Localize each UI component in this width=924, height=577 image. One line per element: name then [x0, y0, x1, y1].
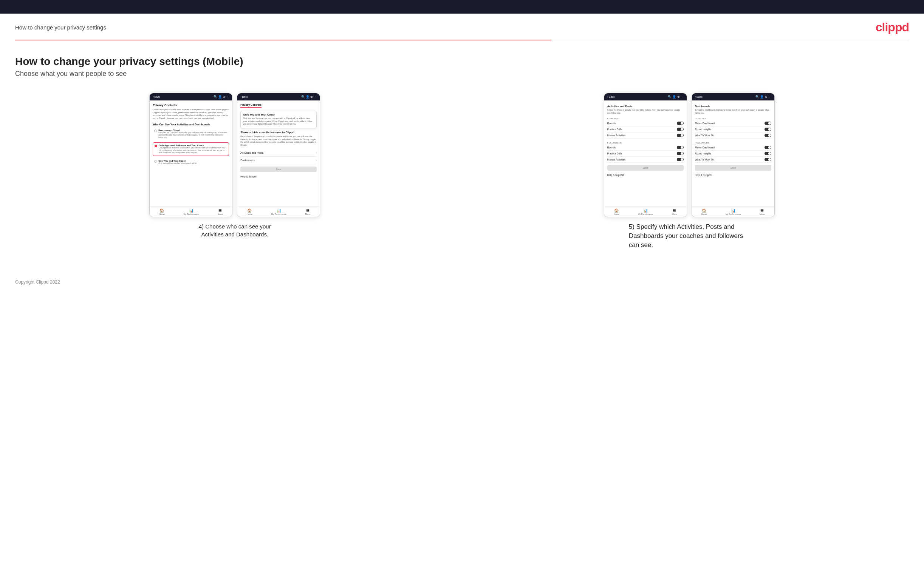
- phone4-toggle-playerdash-coaches[interactable]: Player Dashboard: [695, 121, 771, 126]
- phone1-back[interactable]: ‹ Back: [153, 95, 160, 98]
- phone-mockup-3: ‹ Back 🔍 👤 ⊕ ⋮ Activities and Posts Sele…: [604, 93, 687, 217]
- phone3-bottom-nav: 🏠 Home 📊 My Performance ☰ Menu: [604, 206, 687, 217]
- phone3-toggle-manual-followers[interactable]: Manual Activities: [607, 157, 684, 163]
- phone4-nav-icons: 🔍 👤 ⊕ ⋮: [756, 95, 771, 98]
- top-bar: [0, 0, 924, 14]
- phone4-nav-performance[interactable]: 📊 My Performance: [725, 208, 741, 215]
- phone-mockup-1: ‹ Back 🔍 👤 ⊕ ⋮ Privacy Controls Control …: [149, 93, 233, 217]
- footer: Copyright Clippd 2022: [0, 272, 924, 292]
- toggle-workon-followers-switch[interactable]: [764, 158, 771, 161]
- phone1-who-title: Who Can See Your Activities and Dashboar…: [153, 123, 229, 126]
- phone2-nav: ‹ Back 🔍 👤 ⊕ ⋮: [237, 93, 320, 100]
- phone1-nav: ‹ Back 🔍 👤 ⊕ ⋮: [150, 93, 232, 100]
- phones-pair-left: ‹ Back 🔍 👤 ⊕ ⋮ Privacy Controls Control …: [149, 93, 320, 217]
- toggle-manual-coaches-switch[interactable]: [677, 134, 684, 137]
- phone2-dashboards-row[interactable]: Dashboards ›: [240, 157, 317, 164]
- phone2-show-hide-desc: Regardless of the privacy controls that …: [240, 135, 317, 147]
- menu-icon-4: ☰: [760, 208, 764, 213]
- phone1-nav-icons: 🔍 👤 ⊕ ⋮: [213, 95, 229, 98]
- phone2-popup-desc: Only you and the coaches you connect wit…: [243, 117, 314, 126]
- phone1-radio-coach: [154, 160, 157, 163]
- phone1-section-desc: Control how you and your data appears to…: [153, 108, 229, 120]
- phone4-save-btn[interactable]: Save: [695, 165, 771, 171]
- phone2-nav-home[interactable]: 🏠 Home: [247, 208, 252, 215]
- phone3-section-title: Activities and Posts: [607, 105, 684, 108]
- phones-pair-right: ‹ Back 🔍 👤 ⊕ ⋮ Activities and Posts Sele…: [604, 93, 775, 217]
- phone4-help-label: Help & Support: [695, 174, 771, 176]
- page-subtitle: Choose what you want people to see: [15, 70, 909, 78]
- phone3-nav-menu[interactable]: ☰ Menu: [672, 208, 677, 215]
- phone1-option-everyone-text: Everyone on Clippd Everyone on Clippd ca…: [158, 129, 228, 139]
- phone3-followers-label: FOLLOWERS: [607, 142, 684, 144]
- phone1-option-everyone[interactable]: Everyone on Clippd Everyone on Clippd ca…: [153, 127, 229, 140]
- phone3-toggle-rounds-followers[interactable]: Rounds: [607, 145, 684, 151]
- chevron-right-icon: ›: [316, 151, 317, 155]
- main-content: How to change your privacy settings (Mob…: [0, 40, 924, 272]
- phone2-popup-title: Only You and Your Coach: [243, 113, 314, 116]
- phone3-toggle-drills-coaches[interactable]: Practice Drills: [607, 126, 684, 132]
- phone3-toggle-drills-followers[interactable]: Practice Drills: [607, 151, 684, 157]
- toggle-roundinsights-coaches-switch[interactable]: [764, 127, 771, 131]
- phone2-privacy-tab[interactable]: Privacy Controls: [240, 103, 262, 108]
- toggle-playerdash-followers-switch[interactable]: [764, 146, 771, 149]
- phone1-option-coach[interactable]: Only You and Your Coach Only you and the…: [153, 158, 229, 166]
- phone3-toggle-rounds-coaches[interactable]: Rounds: [607, 121, 684, 126]
- phone4-nav-home[interactable]: 🏠 Home: [701, 208, 707, 215]
- phone1-option-approved[interactable]: Only Approved Followers and Your Coach O…: [153, 142, 229, 156]
- logo: clippd: [876, 20, 909, 34]
- phone1-nav-home[interactable]: 🏠 Home: [159, 208, 165, 215]
- left-section: ‹ Back 🔍 👤 ⊕ ⋮ Privacy Controls Control …: [15, 93, 455, 238]
- phone4-toggle-workOn-coaches[interactable]: What To Work On: [695, 132, 771, 139]
- phone3-nav-home[interactable]: 🏠 Home: [614, 208, 619, 215]
- performance-icon-3: 📊: [643, 208, 648, 213]
- phone4-toggle-roundinsights-followers[interactable]: Round Insights: [695, 151, 771, 157]
- toggle-drills-coaches-switch[interactable]: [677, 127, 684, 131]
- chevron-right-icon-2: ›: [316, 159, 317, 162]
- menu-icon-3: ☰: [673, 208, 676, 213]
- phone1-nav-performance[interactable]: 📊 My Performance: [184, 208, 199, 215]
- toggle-drills-followers-switch[interactable]: [677, 152, 684, 155]
- toggle-workon-coaches-switch[interactable]: [764, 134, 771, 137]
- phone4-content: Dashboards Select the dashboards that yo…: [692, 100, 774, 206]
- toggle-roundinsights-followers-switch[interactable]: [764, 152, 771, 155]
- toggle-rounds-followers-switch[interactable]: [677, 146, 684, 149]
- phone2-nav-icons: 🔍 👤 ⊕ ⋮: [301, 95, 317, 98]
- menu-icon: ☰: [218, 208, 222, 213]
- phone4-nav-menu[interactable]: ☰ Menu: [759, 208, 765, 215]
- toggle-playerdash-coaches-switch[interactable]: [764, 122, 771, 125]
- phone4-coaches-label: COACHES: [695, 118, 771, 120]
- performance-icon: 📊: [189, 208, 194, 213]
- phone2-nav-performance[interactable]: 📊 My Performance: [271, 208, 286, 215]
- phone3-nav-performance[interactable]: 📊 My Performance: [638, 208, 653, 215]
- phone2-back[interactable]: ‹ Back: [240, 95, 248, 98]
- phone3-toggle-manual-coaches[interactable]: Manual Activities: [607, 132, 684, 139]
- footer-copyright: Copyright Clippd 2022: [15, 279, 60, 285]
- phone4-toggle-roundinsights-coaches[interactable]: Round Insights: [695, 126, 771, 132]
- phone-mockup-4: ‹ Back 🔍 👤 ⊕ ⋮ Dashboards Select the das…: [691, 93, 775, 217]
- caption-left: 4) Choose who can see your Activities an…: [193, 222, 276, 238]
- phone1-bottom-nav: 🏠 Home 📊 My Performance ☰ Menu: [150, 206, 232, 217]
- phone1-nav-menu[interactable]: ☰ Menu: [218, 208, 223, 215]
- phone3-save-btn[interactable]: Save: [607, 165, 684, 171]
- phone4-toggle-playerdash-followers[interactable]: Player Dashboard: [695, 145, 771, 151]
- phone4-toggle-workon-followers[interactable]: What To Work On: [695, 157, 771, 163]
- toggle-manual-followers-switch[interactable]: [677, 158, 684, 161]
- phone4-section-desc: Select the dashboards that you'd like to…: [695, 109, 771, 114]
- phone4-bottom-nav: 🏠 Home 📊 My Performance ☰ Menu: [692, 206, 774, 217]
- breadcrumb: How to change your privacy settings: [15, 24, 106, 31]
- toggle-rounds-coaches-switch[interactable]: [677, 122, 684, 125]
- right-section: ‹ Back 🔍 👤 ⊕ ⋮ Activities and Posts Sele…: [470, 93, 909, 249]
- phone1-radio-everyone: [154, 129, 157, 132]
- phone3-back[interactable]: ‹ Back: [607, 95, 615, 98]
- phone2-nav-menu[interactable]: ☰ Menu: [305, 208, 311, 215]
- phone4-nav: ‹ Back 🔍 👤 ⊕ ⋮: [692, 93, 774, 100]
- phone1-option-approved-text: Only Approved Followers and Your Coach O…: [159, 144, 227, 154]
- phone3-nav-icons: 🔍 👤 ⊕ ⋮: [668, 95, 684, 98]
- performance-icon-2: 📊: [277, 208, 281, 213]
- home-icon-2: 🏠: [247, 208, 252, 213]
- page-title: How to change your privacy settings (Mob…: [15, 55, 909, 68]
- phone2-save-btn[interactable]: Save: [240, 166, 317, 172]
- phone4-back[interactable]: ‹ Back: [695, 95, 703, 98]
- phone2-show-hide-title: Show or hide specific features in Clippd: [240, 131, 317, 134]
- phone2-activities-row[interactable]: Activities and Posts ›: [240, 149, 317, 157]
